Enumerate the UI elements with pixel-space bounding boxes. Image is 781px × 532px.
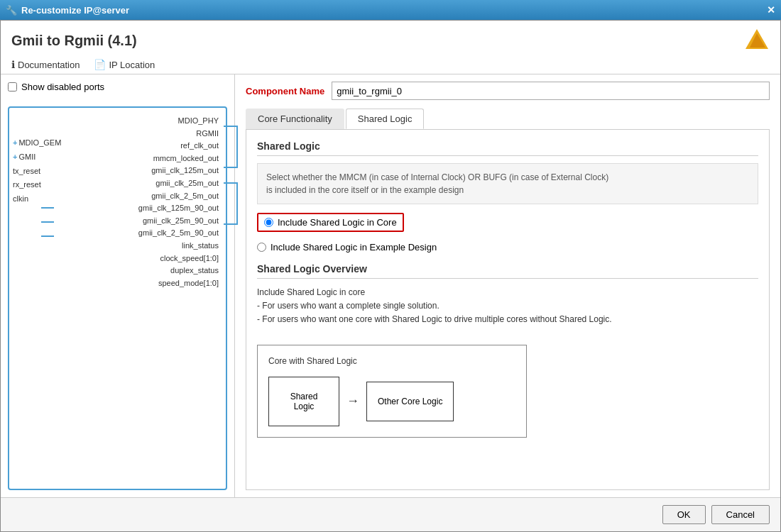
close-button[interactable]: ✕ xyxy=(767,4,775,16)
tab-core-functionality[interactable]: Core Functionality xyxy=(246,109,344,129)
radio-include-in-core[interactable] xyxy=(264,218,273,227)
port-speed-mode: speed_mode[1:0] xyxy=(55,277,222,290)
diagram-boxes: SharedLogic → Other Core Logic xyxy=(268,377,515,426)
port-gmii-clk-125m-out: gmii_clk_125m_out xyxy=(55,165,222,177)
core-diagram: Core with Shared Logic SharedLogic → Oth… xyxy=(257,345,527,438)
port-link-status: link_status xyxy=(55,240,222,253)
option-include-in-example[interactable]: Include Shared Logic in Example Design xyxy=(257,242,758,253)
port-duplex-status: duplex_status xyxy=(55,265,222,277)
left-connector-3 xyxy=(41,235,54,237)
content-area: Show disabled ports MDIO_PHY RGMII xyxy=(1,74,780,497)
component-name-row: Component Name xyxy=(246,82,770,100)
titlebar-left: 🔧 Re-customize IP@server xyxy=(6,5,129,16)
port-rx-reset: rx_reset xyxy=(13,178,61,192)
port-gmii: + GMII xyxy=(13,150,61,165)
info-text-line2: is included in the core itself or in the… xyxy=(266,185,464,195)
overview-section: Shared Logic Overview Include Shared Log… xyxy=(257,263,758,438)
port-gmii-clk-2-5m-out: gmii_clk_2_5m_out xyxy=(55,190,222,203)
option-include-in-core[interactable]: Include Shared Logic in Core xyxy=(257,213,404,232)
ip-location-label: IP Location xyxy=(109,60,155,70)
info-icon: ℹ xyxy=(11,59,15,70)
show-disabled-label: Show disabled ports xyxy=(21,82,104,92)
overview-line2: - For users who want a complete single s… xyxy=(257,301,439,311)
right-connector-2 xyxy=(224,182,238,225)
titlebar-title: Re-customize IP@server xyxy=(21,5,129,16)
port-gmii-clk-25m-90-out: gmii_clk_25m_90_out xyxy=(55,215,222,228)
port-gmii-clk-125m-90-out: gmii_clk_125m_90_out xyxy=(55,202,222,215)
shared-logic-info-box: Select whether the MMCM (in case of Inte… xyxy=(257,163,758,204)
right-panel: Component Name Core Functionality Shared… xyxy=(235,74,780,497)
component-diagram: MDIO_PHY RGMII ref_clk_out mmcm_locked_o… xyxy=(8,106,227,490)
info-text-line1: Select whether the MMCM (in case of Inte… xyxy=(266,172,608,182)
shared-logic-box: SharedLogic xyxy=(268,377,339,426)
option-include-in-core-label: Include Shared Logic in Core xyxy=(278,217,397,228)
port-gmii-clk-25m-out: gmii_clk_25m_out xyxy=(55,177,222,190)
port-mdio-gem: + MDIO_GEM xyxy=(13,136,61,150)
arrow-icon: → xyxy=(346,394,359,409)
component-name-label: Component Name xyxy=(246,86,324,96)
overview-line3: - For users who want one core with Share… xyxy=(257,314,612,324)
tab-shared-logic[interactable]: Shared Logic xyxy=(346,109,425,129)
shared-logic-box-label: SharedLogic xyxy=(290,392,318,411)
documentation-link[interactable]: ℹ Documentation xyxy=(11,59,80,70)
overview-line1: Include Shared Logic in core xyxy=(257,287,365,297)
core-diagram-title: Core with Shared Logic xyxy=(268,356,515,366)
right-connector-1 xyxy=(224,126,238,168)
app-title-text: Gmii to Rgmii (4.1) xyxy=(11,33,137,49)
cancel-button[interactable]: Cancel xyxy=(711,505,770,524)
titlebar-icon: 🔧 xyxy=(6,5,17,16)
overview-section-header: Shared Logic Overview xyxy=(257,263,758,279)
tab-content: Shared Logic Select whether the MMCM (in… xyxy=(246,130,770,490)
main-window: Gmii to Rgmii (4.1) ℹ Documentation 📄 IP… xyxy=(0,20,781,532)
plus-icon-2: + xyxy=(13,150,17,165)
left-connector-1 xyxy=(41,207,54,209)
ip-location-link[interactable]: 📄 IP Location xyxy=(94,59,155,70)
port-rgmii: RGMII xyxy=(55,128,222,140)
port-clock-speed: clock_speed[1:0] xyxy=(55,253,222,265)
location-icon: 📄 xyxy=(94,59,106,70)
tabs: Core Functionality Shared Logic xyxy=(246,109,770,130)
left-ports: + MDIO_GEM + GMII tx_reset rx_reset clki xyxy=(13,136,61,206)
tab-core-functionality-label: Core Functionality xyxy=(258,113,332,124)
bottom-bar: OK Cancel xyxy=(1,497,780,531)
nav-bar: ℹ Documentation 📄 IP Location xyxy=(11,59,770,70)
radio-include-in-example[interactable] xyxy=(257,243,266,252)
title-bar: 🔧 Re-customize IP@server ✕ xyxy=(0,0,781,20)
header: Gmii to Rgmii (4.1) ℹ Documentation 📄 IP… xyxy=(1,21,780,74)
other-core-logic-box: Other Core Logic xyxy=(366,382,454,421)
left-connector-2 xyxy=(41,221,54,223)
port-mmcm-locked-out: mmcm_locked_out xyxy=(55,153,222,165)
documentation-label: Documentation xyxy=(18,60,80,70)
ok-button[interactable]: OK xyxy=(662,505,706,524)
tab-shared-logic-label: Shared Logic xyxy=(358,113,413,124)
shared-logic-section-header: Shared Logic xyxy=(257,140,758,156)
left-panel: Show disabled ports MDIO_PHY RGMII xyxy=(1,74,235,497)
port-mdio-phy: MDIO_PHY xyxy=(55,115,222,128)
plus-icon-1: + xyxy=(13,136,17,150)
port-ref-clk-out: ref_clk_out xyxy=(55,140,222,153)
overview-text: Include Shared Logic in core - For users… xyxy=(257,286,758,327)
port-clkin: clkin xyxy=(13,192,61,206)
other-core-logic-label: Other Core Logic xyxy=(378,397,442,406)
port-gmii-clk-2-5m-90-out: gmii_clk_2_5m_90_out xyxy=(55,227,222,240)
app-title: Gmii to Rgmii (4.1) xyxy=(11,28,770,53)
option-include-in-example-label: Include Shared Logic in Example Design xyxy=(271,242,437,253)
logo-icon xyxy=(744,28,770,53)
port-tx-reset: tx_reset xyxy=(13,165,61,179)
component-name-input[interactable] xyxy=(332,82,770,100)
show-disabled-checkbox[interactable] xyxy=(8,82,17,92)
show-disabled-row: Show disabled ports xyxy=(8,82,227,92)
